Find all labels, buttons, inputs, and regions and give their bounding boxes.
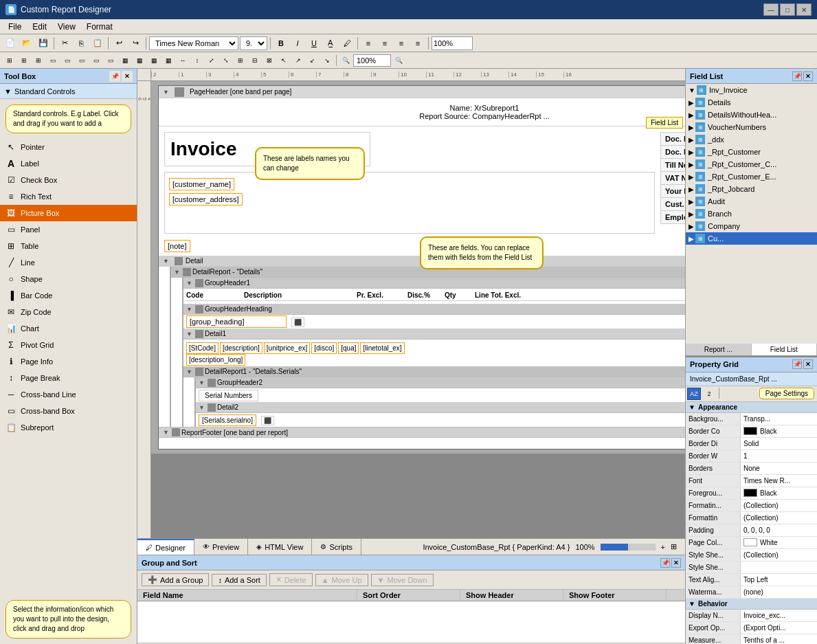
tool-panel[interactable]: ▭ Panel [0, 221, 137, 238]
fl-item-ddx[interactable]: ▶ ⊞ _ddx [686, 133, 817, 146]
menu-format[interactable]: Format [81, 21, 118, 33]
ghh-expand-icon[interactable]: ▼ [186, 306, 192, 313]
tab-htmlview[interactable]: ◈ HTML View [248, 539, 312, 555]
tool-zipcode[interactable]: ✉ Zip Code [0, 304, 137, 320]
tool-checkbox[interactable]: ☑ Check Box [0, 172, 137, 188]
align-right-button[interactable]: ≡ [394, 36, 409, 50]
menu-edit[interactable]: Edit [27, 21, 52, 33]
align-left-button[interactable]: ≡ [361, 36, 376, 50]
prop-value-ss2[interactable] [741, 562, 817, 573]
tb2-btn21[interactable]: ↗ [291, 54, 305, 67]
note-field[interactable]: [note] [164, 240, 190, 252]
underline-button[interactable]: U [306, 36, 322, 50]
serials-field[interactable]: [Serials.serialno] [199, 414, 256, 426]
undo-button[interactable]: ↩ [111, 36, 126, 50]
tool-pivotgrid[interactable]: Σ Pivot Grid [0, 337, 137, 353]
align-center-button[interactable]: ≡ [377, 36, 392, 50]
pg-close-button[interactable]: ✕ [803, 359, 813, 369]
prop-value-wm[interactable]: (none) [741, 586, 817, 598]
dr-expand-icon[interactable]: ▼ [174, 269, 180, 276]
minimize-button[interactable]: — [763, 3, 779, 16]
prop-value-eo[interactable]: (Export Opti... [741, 622, 817, 634]
prop-value-bc[interactable]: Black [741, 425, 817, 437]
tab-report[interactable]: Report ... [686, 344, 752, 355]
paste-button[interactable]: 📋 [90, 36, 105, 50]
menu-file[interactable]: File [3, 21, 27, 33]
italic-button[interactable]: I [290, 36, 305, 50]
fl-item-rpt-customer-c[interactable]: ▶ ⊞ _Rpt_Customer_C... [686, 158, 817, 170]
tb2-btn12[interactable]: ▦ [161, 54, 175, 67]
bold-button[interactable]: B [273, 36, 289, 50]
pg-pin-button[interactable]: 📌 [792, 359, 802, 369]
fl-item-detailswithout[interactable]: ▶ ⊞ DetailsWithoutHea... [686, 109, 817, 121]
move-down-button[interactable]: ▼ Move Down [371, 574, 434, 586]
prop-value-bw[interactable]: 1 [741, 450, 817, 462]
copy-button[interactable]: ⎘ [74, 36, 89, 50]
pg-sort-az-button[interactable]: AZ [687, 388, 701, 400]
prop-value-me[interactable]: Tenths of a ... [741, 634, 817, 645]
open-button[interactable]: 📂 [19, 36, 34, 50]
tool-pageinfo[interactable]: ℹ Page Info [0, 353, 137, 370]
gs-close-button[interactable]: ✕ [671, 558, 681, 568]
fl-item-details[interactable]: ▶ ⊞ Details [686, 96, 817, 109]
fl-item-audit[interactable]: ▶ ⊞ Audit [686, 195, 817, 208]
pg-sort-2-button[interactable]: 2 [702, 388, 716, 400]
detail-expand-icon[interactable]: ▼ [163, 258, 169, 265]
toolbox-section-standard[interactable]: ▼ Standard Controls [0, 84, 137, 99]
tb2-btn1[interactable]: ⊞ [3, 54, 16, 67]
delete-button[interactable]: ✕ Delete [269, 573, 313, 586]
dr1-expand-icon[interactable]: ▼ [186, 368, 192, 375]
prop-value-f2[interactable]: (Collection) [741, 512, 817, 524]
tool-pagebreak[interactable]: ↕ Page Break [0, 370, 137, 386]
tb2-btn2[interactable]: ⊞ [17, 54, 31, 67]
gh2-expand-icon[interactable]: ▼ [199, 379, 205, 386]
tb2-btn14[interactable]: ↕ [190, 54, 204, 67]
fl-item-cu[interactable]: ▶ ⊞ Cu... [686, 232, 817, 245]
tool-line[interactable]: ╱ Line [0, 254, 137, 271]
prop-value-ta[interactable]: Top Left [741, 574, 817, 586]
tool-pointer[interactable]: ↖ Pointer [0, 139, 137, 155]
tool-picturebox[interactable]: 🖼 Picture Box [0, 205, 137, 221]
tool-crossbandline[interactable]: ─ Cross-band Line [0, 386, 137, 403]
zoom-slider[interactable] [601, 544, 656, 551]
tb2-btn16[interactable]: ⤡ [219, 54, 233, 67]
tb2-btn19[interactable]: ⊠ [262, 54, 276, 67]
description-long-field[interactable]: [description_long] [186, 354, 245, 366]
tab-field-list[interactable]: Field List [752, 344, 818, 355]
tb2-btn17[interactable]: ⊞ [234, 54, 247, 67]
fl-item-inv-invoice[interactable]: ▼ ⊞ Inv_Invoice [686, 84, 817, 96]
menu-view[interactable]: View [52, 21, 81, 33]
prop-section-appearance[interactable]: ▼ Appearance [686, 402, 817, 413]
unitprice-field[interactable]: [unitprice_ex] [264, 342, 310, 354]
qty-field[interactable]: [qua] [338, 342, 359, 354]
fl-item-rpt-jobcard[interactable]: ▶ ⊞ _Rpt_Jobcard [686, 183, 817, 195]
tb2-btn7[interactable]: ▭ [89, 54, 103, 67]
tb2-btn6[interactable]: ▭ [75, 54, 89, 67]
prop-value-fg[interactable]: Black [741, 487, 817, 499]
zoom-expand[interactable]: ⊞ [671, 542, 677, 551]
group-heading-field[interactable]: [group_heading] [186, 315, 287, 328]
prop-value-font[interactable]: Times New R... [741, 475, 817, 487]
linetotal-field[interactable]: [linetotal_ex] [360, 342, 404, 354]
tb2-btn22[interactable]: ↙ [306, 54, 320, 67]
tb2-btn4[interactable]: ▭ [46, 54, 60, 67]
tb2-btn23[interactable]: ↘ [320, 54, 334, 67]
tb2-btn3[interactable]: ⊞ [32, 54, 45, 67]
prop-section-behavior[interactable]: ▼ Behavior [686, 599, 817, 610]
font-size-selector[interactable]: 9.75 [240, 36, 267, 50]
maximize-button[interactable]: □ [780, 3, 795, 16]
customer-name-field[interactable]: [customer_name] [169, 178, 234, 190]
move-up-button[interactable]: ▲ Move Up [315, 574, 368, 586]
save-button[interactable]: 💾 [36, 36, 51, 50]
font-selector[interactable]: Times New Roman [149, 36, 238, 50]
prop-value-f1[interactable]: (Collection) [741, 500, 817, 511]
tb2-btn15[interactable]: ⤢ [205, 54, 219, 67]
prop-value-dn[interactable]: Invoice_exc... [741, 610, 817, 621]
prop-value-pad[interactable]: 0, 0, 0, 0 [741, 524, 817, 536]
tool-barcode[interactable]: ▐ Bar Code [0, 287, 137, 304]
tool-chart[interactable]: 📊 Chart [0, 320, 137, 337]
prop-value-bg[interactable]: Transp... [741, 413, 817, 425]
fl-pin-button[interactable]: 📌 [792, 71, 802, 81]
fl-close-button[interactable]: ✕ [803, 71, 813, 81]
tool-crossbandbox[interactable]: ▭ Cross-band Box [0, 403, 137, 419]
